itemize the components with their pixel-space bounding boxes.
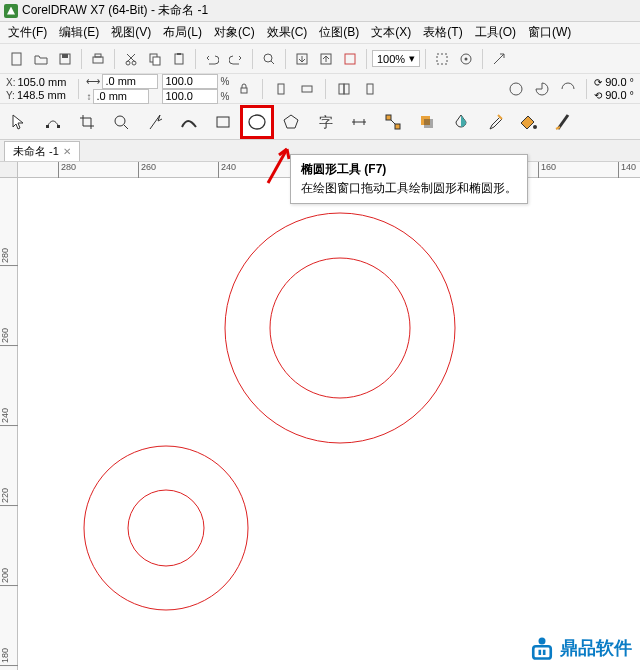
svg-point-39 bbox=[128, 490, 204, 566]
svg-rect-42 bbox=[539, 650, 542, 655]
property-bar: X: Y: ⟷ ↕ % % ⟳ 90.0 ° ⟲ 90.0 ° bbox=[0, 74, 640, 104]
scale-y[interactable] bbox=[165, 90, 219, 102]
lock-ratio-icon[interactable] bbox=[233, 78, 255, 100]
redo-icon[interactable] bbox=[225, 48, 247, 70]
freehand-tool[interactable] bbox=[140, 107, 170, 137]
new-icon[interactable] bbox=[6, 48, 28, 70]
svg-rect-14 bbox=[345, 54, 355, 64]
titlebar: CorelDRAW X7 (64-Bit) - 未命名 -1 bbox=[0, 0, 640, 22]
menu-object[interactable]: 对象(C) bbox=[208, 22, 261, 43]
svg-point-17 bbox=[465, 57, 468, 60]
svg-point-29 bbox=[249, 115, 265, 129]
outline-tool[interactable] bbox=[548, 107, 578, 137]
tooltip-body: 在绘图窗口拖动工具绘制圆形和椭圆形。 bbox=[301, 180, 517, 197]
svg-point-27 bbox=[115, 116, 125, 126]
document-tab[interactable]: 未命名 -1 ✕ bbox=[4, 141, 80, 161]
menu-window[interactable]: 窗口(W) bbox=[522, 22, 577, 43]
launch-icon[interactable] bbox=[488, 48, 510, 70]
fill-tool[interactable] bbox=[514, 107, 544, 137]
svg-rect-25 bbox=[46, 125, 49, 128]
svg-rect-4 bbox=[95, 54, 101, 57]
crop-tool[interactable] bbox=[72, 107, 102, 137]
annotation-arrow-icon bbox=[263, 145, 293, 185]
landscape-icon[interactable] bbox=[296, 78, 318, 100]
undo-icon[interactable] bbox=[201, 48, 223, 70]
polygon-tool[interactable] bbox=[276, 107, 306, 137]
zoom-level[interactable]: 100%▾ bbox=[372, 50, 420, 67]
page-all-icon[interactable] bbox=[333, 78, 355, 100]
scale-x[interactable] bbox=[165, 75, 219, 87]
height-field[interactable] bbox=[96, 90, 150, 102]
text-tool[interactable]: 字 bbox=[310, 107, 340, 137]
copy-icon[interactable] bbox=[144, 48, 166, 70]
x-coord[interactable] bbox=[17, 76, 71, 88]
print-icon[interactable] bbox=[87, 48, 109, 70]
svg-rect-32 bbox=[395, 124, 400, 129]
menu-layout[interactable]: 布局(L) bbox=[157, 22, 208, 43]
drop-shadow-tool[interactable] bbox=[412, 107, 442, 137]
end-angle[interactable]: 90.0 ° bbox=[605, 89, 634, 101]
menu-tools[interactable]: 工具(O) bbox=[469, 22, 522, 43]
y-coord[interactable] bbox=[17, 89, 71, 101]
pie-icon[interactable] bbox=[531, 78, 553, 100]
close-tab-icon[interactable]: ✕ bbox=[63, 146, 71, 157]
open-icon[interactable] bbox=[30, 48, 52, 70]
svg-rect-43 bbox=[543, 650, 546, 655]
svg-point-24 bbox=[510, 83, 522, 95]
cut-icon[interactable] bbox=[120, 48, 142, 70]
menu-view[interactable]: 视图(V) bbox=[105, 22, 157, 43]
search-icon[interactable] bbox=[258, 48, 280, 70]
svg-rect-23 bbox=[367, 84, 373, 94]
publish-icon[interactable] bbox=[339, 48, 361, 70]
import-icon[interactable] bbox=[291, 48, 313, 70]
menu-bitmap[interactable]: 位图(B) bbox=[313, 22, 365, 43]
page-current-icon[interactable] bbox=[359, 78, 381, 100]
menu-text[interactable]: 文本(X) bbox=[365, 22, 417, 43]
svg-point-36 bbox=[225, 213, 455, 443]
drawing-canvas[interactable] bbox=[18, 178, 640, 670]
svg-rect-28 bbox=[217, 117, 229, 127]
ruler-origin[interactable] bbox=[0, 162, 18, 178]
portrait-icon[interactable] bbox=[270, 78, 292, 100]
ellipse-tooltip: 椭圆形工具 (F7) 在绘图窗口拖动工具绘制圆形和椭圆形。 bbox=[290, 154, 528, 204]
start-angle[interactable]: 90.0 ° bbox=[605, 76, 634, 88]
artistic-media-tool[interactable] bbox=[174, 107, 204, 137]
standard-toolbar: 100%▾ bbox=[0, 44, 640, 74]
svg-rect-31 bbox=[386, 115, 391, 120]
menu-file[interactable]: 文件(F) bbox=[2, 22, 53, 43]
eyedropper-tool[interactable] bbox=[480, 107, 510, 137]
svg-rect-19 bbox=[278, 84, 284, 94]
ruler-vertical[interactable]: 280 260 240 220 200 180 bbox=[0, 178, 18, 670]
width-field[interactable] bbox=[105, 75, 159, 87]
svg-point-37 bbox=[270, 258, 410, 398]
ellipse-tool[interactable] bbox=[242, 107, 272, 137]
svg-point-35 bbox=[533, 125, 537, 129]
menu-table[interactable]: 表格(T) bbox=[417, 22, 468, 43]
svg-rect-22 bbox=[344, 84, 349, 94]
svg-rect-10 bbox=[177, 53, 181, 55]
save-icon[interactable] bbox=[54, 48, 76, 70]
ellipse-prop-icon[interactable] bbox=[505, 78, 527, 100]
rectangle-tool[interactable] bbox=[208, 107, 238, 137]
svg-point-40 bbox=[539, 638, 546, 645]
snap-icon[interactable] bbox=[431, 48, 453, 70]
zoom-tool[interactable] bbox=[106, 107, 136, 137]
dimension-tool[interactable] bbox=[344, 107, 374, 137]
toolbox: 字 bbox=[0, 104, 640, 140]
export-icon[interactable] bbox=[315, 48, 337, 70]
menu-edit[interactable]: 编辑(E) bbox=[53, 22, 105, 43]
svg-rect-34 bbox=[424, 119, 433, 128]
arc-icon[interactable] bbox=[557, 78, 579, 100]
menu-effect[interactable]: 效果(C) bbox=[261, 22, 314, 43]
svg-rect-0 bbox=[12, 53, 21, 65]
options-icon[interactable] bbox=[455, 48, 477, 70]
paste-icon[interactable] bbox=[168, 48, 190, 70]
shape-tool[interactable] bbox=[38, 107, 68, 137]
canvas-area: 280 260 240 220 200 180 160 140 280 260 … bbox=[0, 162, 640, 670]
connector-tool[interactable] bbox=[378, 107, 408, 137]
svg-rect-9 bbox=[175, 54, 183, 64]
watermark-logo-icon bbox=[528, 634, 556, 662]
pick-tool[interactable] bbox=[4, 107, 34, 137]
transparency-tool[interactable] bbox=[446, 107, 476, 137]
svg-point-38 bbox=[84, 446, 248, 610]
